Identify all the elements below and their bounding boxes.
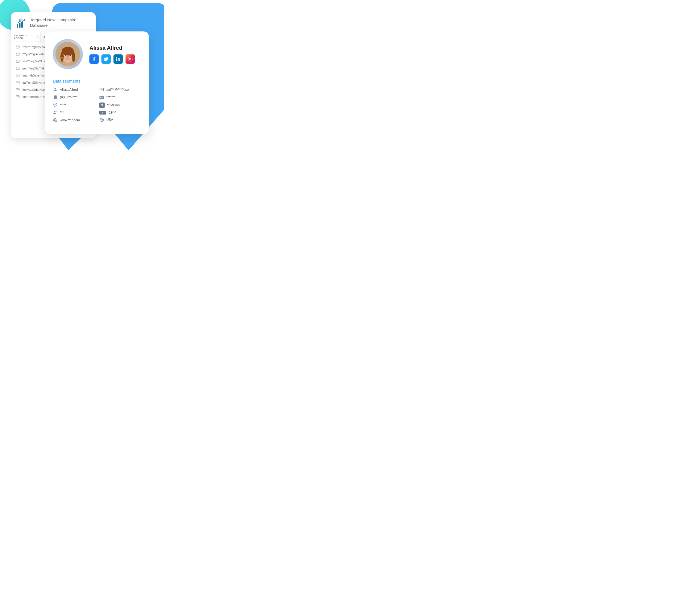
svg-point-11: [60, 52, 64, 62]
dollar-icon: $: [99, 102, 105, 108]
data-item-id: *******: [99, 95, 141, 100]
data-item-website: www.****.com: [53, 118, 95, 123]
zip-icon: ZIP: [99, 111, 107, 114]
data-item-people: ***: [53, 110, 95, 115]
svg-point-20: [61, 57, 63, 59]
profile-card: Alissa Allred Data: [45, 32, 149, 134]
svg-point-12: [72, 52, 75, 62]
email-text: tho**as@da**il.com: [22, 88, 49, 91]
people-icon: [53, 110, 58, 115]
card-header: $ Targeted New Hampshire Database: [11, 12, 96, 32]
svg-rect-34: [102, 98, 103, 98]
profile-name: Alissa Allred: [89, 45, 141, 51]
logo-icon: $: [15, 17, 27, 29]
id-icon: [99, 95, 104, 100]
svg-point-5: [24, 20, 25, 21]
profile-info: Alissa Allred: [89, 45, 141, 64]
data-item-country: USA: [99, 117, 141, 122]
svg-rect-33: [102, 97, 103, 97]
envelope-icon: [15, 95, 20, 99]
envelope-icon: [15, 59, 20, 63]
svg-point-10: [62, 47, 74, 55]
avatar: [55, 42, 80, 66]
card-title: Targeted New Hampshire Database: [30, 17, 91, 28]
twitter-icon[interactable]: [101, 54, 111, 64]
facebook-icon[interactable]: [89, 54, 99, 64]
data-grid: Alissa Allred (608)***-**** *****: [53, 87, 141, 123]
zip-value: 53***: [109, 111, 116, 114]
id-value: *******: [107, 96, 115, 99]
country-value: USA: [107, 118, 113, 122]
svg-point-18: [63, 58, 66, 59]
top-divider: [53, 75, 141, 75]
envelope-icon: [15, 88, 20, 91]
svg-point-17: [67, 56, 68, 59]
flag-icon: [99, 117, 104, 122]
phone-icon: [53, 95, 58, 100]
data-item-email: aal***@*****.com: [99, 87, 141, 92]
svg-point-32: [100, 97, 102, 98]
data-item-zip: ZIP 53***: [99, 111, 141, 114]
profile-top: Alissa Allred: [53, 39, 141, 69]
svg-rect-22: [128, 57, 132, 61]
data-item-location: *****: [53, 102, 95, 108]
data-item-name: Alissa Allred: [53, 87, 95, 92]
bottom-divider: [53, 127, 141, 127]
envelope-icon: [15, 52, 20, 56]
avatar-ring: [53, 39, 83, 69]
globe-icon: [53, 118, 58, 123]
social-icons: [89, 54, 141, 64]
svg-rect-3: [19, 23, 21, 28]
svg-point-24: [54, 88, 56, 89]
location-icon: [53, 102, 58, 108]
phone-value: (608)***-****: [60, 96, 78, 99]
email-text: ***ne***@ods.com: [22, 46, 47, 49]
data-item-phone: (608)***-****: [53, 95, 95, 100]
svg-point-28: [54, 111, 55, 112]
envelope-icon: [15, 81, 20, 85]
svg-rect-2: [17, 24, 18, 28]
avatar-image: [55, 42, 80, 66]
envelope-icon: [15, 45, 20, 49]
email-text: sha**on@ro**t.com: [22, 60, 48, 63]
email-value: aal***@*****.com: [107, 88, 132, 91]
data-item-revenue: $ ** Million: [99, 102, 141, 108]
people-value: ***: [60, 111, 64, 114]
svg-point-27: [55, 104, 56, 105]
scene: $ Targeted New Hampshire Database RECENT…: [3, 3, 161, 156]
svg-rect-31: [100, 96, 104, 99]
email-icon: [99, 87, 104, 92]
name-value: Alissa Allred: [60, 88, 78, 91]
svg-point-15: [65, 55, 66, 56]
svg-point-21: [116, 57, 117, 58]
instagram-icon[interactable]: [125, 54, 135, 64]
chevron-icon: ▾: [37, 36, 38, 38]
svg-point-16: [70, 55, 71, 56]
linkedin-icon[interactable]: [113, 54, 123, 64]
col-recently-added[interactable]: RECENTLY ADDED ▾: [11, 32, 41, 41]
svg-point-19: [70, 58, 73, 59]
website-value: www.****.com: [60, 118, 80, 122]
location-value: *****: [60, 103, 66, 107]
person-icon: [53, 87, 58, 92]
envelope-icon: [15, 74, 20, 77]
envelope-icon: [15, 66, 20, 70]
revenue-value: ** Million: [107, 103, 120, 107]
data-segments-title: Data segments: [53, 79, 141, 83]
svg-rect-4: [21, 22, 23, 28]
